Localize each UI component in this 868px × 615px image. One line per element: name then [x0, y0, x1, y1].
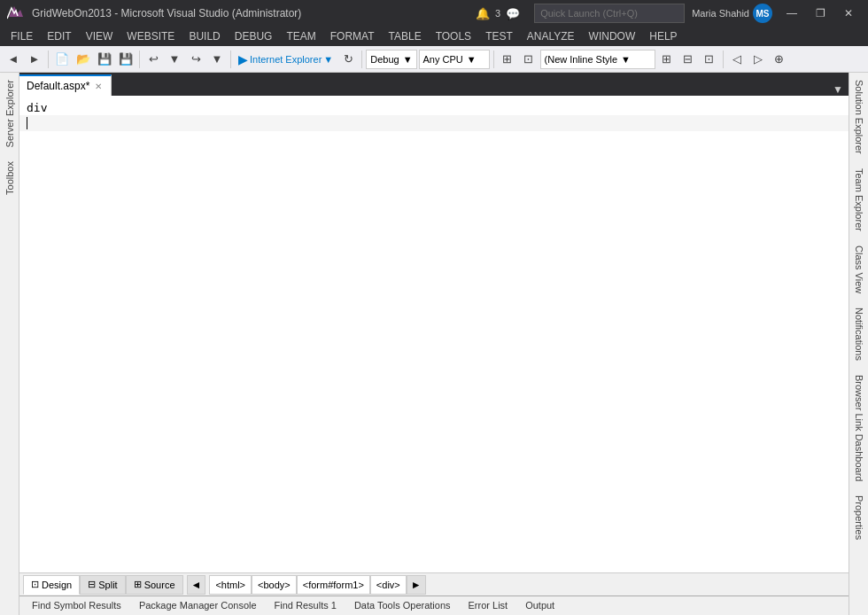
split-icon: ⊟ [88, 579, 96, 590]
sidebar-item-browser-link[interactable]: Browser Link Dashboard [850, 368, 868, 488]
breadcrumb-body[interactable]: <body> [252, 575, 297, 595]
toolbar-btn-f[interactable]: ◁ [727, 50, 747, 69]
breadcrumb-form[interactable]: <form#form1> [297, 575, 370, 595]
toolbar-separator-2 [139, 51, 140, 68]
source-icon: ⊞ [134, 579, 142, 590]
sidebar-item-class-view[interactable]: Class View [850, 238, 868, 300]
restore-button[interactable]: ❐ [808, 4, 833, 22]
breadcrumb-nav-left[interactable]: ◄ [187, 575, 206, 595]
bottom-tab-package-manager[interactable]: Package Manager Console [130, 596, 266, 616]
toolbar-separator-6 [723, 51, 724, 68]
menu-help[interactable]: HELP [642, 27, 684, 46]
sidebar-item-team-explorer[interactable]: Team Explorer [850, 161, 868, 238]
menu-tools[interactable]: TOOLS [429, 27, 478, 46]
menu-debug[interactable]: DEBUG [228, 27, 280, 46]
sidebar-item-server-explorer[interactable]: Server Explorer [1, 73, 19, 154]
run-button[interactable]: ▶ Internet Explorer ▼ [235, 52, 337, 66]
menu-build[interactable]: BUILD [182, 27, 227, 46]
toolbar-btn-c[interactable]: ⊞ [657, 50, 677, 69]
menu-view[interactable]: VIEW [79, 27, 120, 46]
toolbar-btn-h[interactable]: ⊕ [770, 50, 789, 69]
style-dropdown[interactable]: (New Inline Style ▼ [540, 50, 655, 69]
split-label: Split [98, 580, 117, 590]
bottom-tab-output[interactable]: Output [516, 596, 563, 616]
toolbar-btn-d[interactable]: ⊟ [678, 50, 698, 69]
split-tab-button[interactable]: ⊟ Split [80, 575, 125, 595]
toolbar-btn-b[interactable]: ⊡ [519, 50, 539, 69]
platform-dropdown[interactable]: Any CPU ▼ [419, 50, 490, 69]
style-arrow-icon: ▼ [621, 54, 631, 65]
config-dropdown[interactable]: Debug ▼ [366, 50, 416, 69]
toolbar-separator-4 [361, 51, 362, 68]
tab-scroll-right-icon[interactable]: ▼ [827, 83, 849, 96]
toolbar-separator-3 [230, 51, 231, 68]
menu-website[interactable]: WEBSITE [120, 27, 182, 46]
redo-arrow-button[interactable]: ▼ [207, 50, 227, 69]
menu-file[interactable]: FILE [4, 27, 40, 46]
main-container: Server Explorer Toolbox Default.aspx* ✕ … [0, 73, 868, 615]
left-panel: Server Explorer Toolbox [0, 73, 19, 615]
redo-button[interactable]: ↪ [186, 50, 205, 69]
close-button[interactable]: ✕ [836, 4, 861, 22]
sidebar-item-properties[interactable]: Properties [850, 488, 868, 547]
source-tab-button[interactable]: ⊞ Source [126, 575, 183, 595]
code-editor[interactable]: div [19, 96, 849, 572]
window-title: GridWebOn2013 - Microsoft Visual Studio … [32, 7, 469, 19]
chat-icon[interactable]: 💬 [506, 7, 520, 20]
toolbar-btn-e[interactable]: ⊡ [700, 50, 719, 69]
menu-window[interactable]: WINDOW [582, 27, 643, 46]
minimize-button[interactable]: — [779, 4, 804, 22]
bottom-tab-error-list[interactable]: Error List [460, 596, 517, 616]
menu-team[interactable]: TEAM [279, 27, 322, 46]
undo-arrow-button[interactable]: ▼ [165, 50, 184, 69]
config-arrow-icon: ▼ [403, 54, 413, 65]
design-tab-button[interactable]: ⊡ Design [23, 575, 80, 595]
toolbar-btn-g[interactable]: ▷ [748, 50, 768, 69]
toolbar-separator-1 [48, 51, 49, 68]
save-button[interactable]: 💾 [95, 50, 114, 69]
menu-test[interactable]: TEST [478, 27, 520, 46]
sidebar-item-solution-explorer[interactable]: Solution Explorer [850, 73, 868, 161]
sidebar-item-notifications[interactable]: Notifications [850, 300, 868, 368]
toolbar-separator-5 [493, 51, 494, 68]
quick-launch-input[interactable] [534, 4, 685, 23]
bottom-tab-find-results[interactable]: Find Results 1 [266, 596, 345, 616]
breadcrumb-nav-right[interactable]: ► [407, 575, 426, 595]
user-area: Maria Shahid MS [692, 4, 772, 23]
menu-format[interactable]: FORMAT [323, 27, 382, 46]
menu-edit[interactable]: EDIT [40, 27, 78, 46]
tab-close-icon[interactable]: ✕ [93, 81, 104, 92]
sidebar-item-toolbox[interactable]: Toolbox [1, 154, 19, 202]
menu-table[interactable]: TABLE [382, 27, 429, 46]
source-label: Source [144, 580, 175, 590]
breadcrumb-div[interactable]: <div> [370, 575, 407, 595]
design-icon: ⊡ [31, 579, 39, 590]
bottom-tab-data-tools[interactable]: Data Tools Operations [345, 596, 460, 616]
right-panel: Solution Explorer Team Explorer Class Vi… [849, 73, 868, 615]
forward-button[interactable]: ► [25, 50, 44, 69]
refresh-button[interactable]: ↻ [338, 50, 358, 69]
platform-label: Any CPU [423, 54, 463, 65]
title-bar: GridWebOn2013 - Microsoft Visual Studio … [0, 0, 868, 27]
bottom-tab-find-symbol[interactable]: Find Symbol Results [23, 596, 130, 616]
open-file-button[interactable]: 📂 [74, 50, 93, 69]
notification-icon[interactable]: 🔔 [476, 7, 490, 20]
style-label: (New Inline Style [545, 54, 618, 65]
save-all-button[interactable]: 💾 [116, 50, 136, 69]
run-icon: ▶ [238, 52, 248, 66]
breadcrumb-html[interactable]: <html> [209, 575, 252, 595]
editor-tab-bar: Default.aspx* ✕ ▼ [19, 73, 849, 96]
notification-count: 3 [495, 8, 500, 19]
toolbar-btn-a[interactable]: ⊞ [498, 50, 517, 69]
menu-analyze[interactable]: ANALYZE [520, 27, 582, 46]
notification-area: 🔔 3 💬 [476, 7, 520, 20]
tab-label: Default.aspx* [27, 80, 89, 92]
user-avatar: MS [753, 4, 772, 23]
back-button[interactable]: ◄ [4, 50, 23, 69]
menu-bar: FILE EDIT VIEW WEBSITE BUILD DEBUG TEAM … [0, 27, 868, 46]
undo-button[interactable]: ↩ [143, 50, 163, 69]
bottom-tab-bar: Find Symbol Results Package Manager Cons… [19, 596, 849, 615]
design-label: Design [42, 580, 72, 590]
new-file-button[interactable]: 📄 [52, 50, 72, 69]
editor-tab-default-aspx[interactable]: Default.aspx* ✕ [19, 74, 112, 96]
